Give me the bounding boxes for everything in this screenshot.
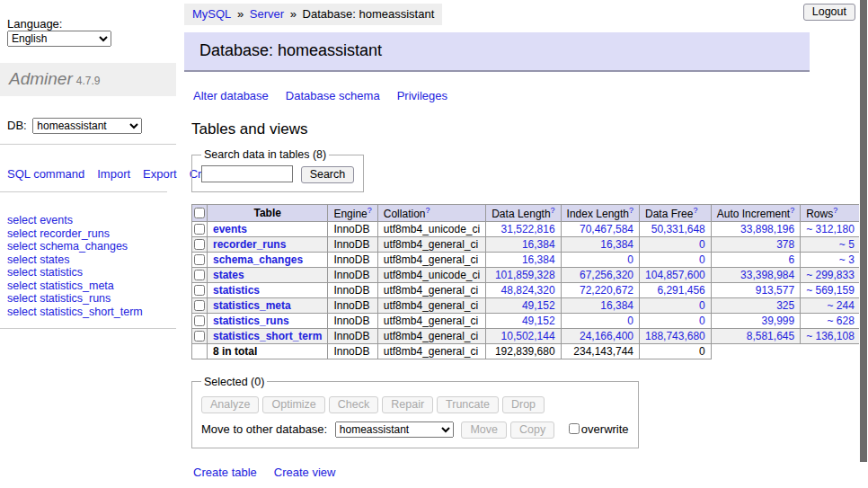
overwrite-option[interactable]: overwrite	[565, 422, 629, 436]
table-name-link[interactable]: statistics_runs	[213, 315, 289, 327]
help-link[interactable]: ?	[833, 206, 837, 215]
column-help-icon[interactable]: ?	[551, 206, 555, 215]
select-all-checkbox[interactable]	[194, 208, 205, 218]
sidebar-action-import[interactable]: Import	[97, 167, 130, 181]
logout-button[interactable]: Logout	[803, 4, 855, 21]
sidebar-table-link[interactable]: select schema_changes	[7, 240, 169, 253]
index-length-link[interactable]: 72,220,672	[580, 284, 633, 297]
auto-increment-link[interactable]: 8,581,645	[747, 330, 794, 342]
data-length-link[interactable]: 31,522,816	[501, 223, 555, 235]
data-free-link[interactable]: 0	[699, 253, 705, 266]
scrollbar[interactable]	[859, 0, 868, 488]
column-help-icon[interactable]: ?	[425, 206, 430, 215]
column-help-icon[interactable]: ?	[833, 206, 837, 215]
sidebar-table-link[interactable]: select statistics	[7, 266, 169, 279]
analyze-button[interactable]: Analyze	[201, 396, 259, 413]
optimize-button[interactable]: Optimize	[262, 396, 324, 413]
rows-count-link[interactable]: ~ 569,159	[806, 284, 855, 297]
table-name-link[interactable]: statistics_meta	[213, 299, 291, 312]
table-name-link[interactable]: events	[213, 223, 247, 235]
scrollbar-thumb[interactable]	[860, 0, 867, 462]
check-button[interactable]: Check	[329, 396, 378, 413]
auto-increment-link[interactable]: 33,398,984	[740, 269, 794, 281]
search-button[interactable]: Search	[301, 166, 355, 183]
column-help-icon[interactable]: ?	[368, 206, 372, 215]
auto-increment-link[interactable]: 325	[776, 299, 794, 312]
sidebar-table-link[interactable]: select states	[7, 253, 169, 267]
rows-count-link[interactable]: ~ 299,833	[806, 269, 855, 281]
alter-database-link[interactable]: Alter database	[193, 89, 269, 102]
table-name-link[interactable]: statistics	[213, 284, 260, 297]
index-length-link[interactable]: 67,256,320	[580, 269, 633, 281]
index-length-link[interactable]: 70,467,584	[580, 223, 633, 235]
column-help-icon[interactable]: ?	[693, 206, 697, 215]
database-schema-link[interactable]: Database schema	[286, 89, 380, 102]
sidebar-action-sql-command[interactable]: SQL command	[7, 167, 84, 181]
row-checkbox[interactable]	[194, 331, 205, 342]
auto-increment-link[interactable]: 33,898,196	[740, 223, 794, 235]
rows-count-link[interactable]: ~ 628	[828, 315, 855, 327]
auto-increment-link[interactable]: 39,999	[761, 315, 794, 327]
search-input[interactable]	[201, 165, 293, 182]
data-free-link[interactable]: 6,291,456	[657, 284, 704, 297]
row-checkbox[interactable]	[194, 285, 205, 296]
table-name-link[interactable]: states	[213, 269, 244, 281]
table-name-link[interactable]: schema_changes	[213, 253, 303, 266]
truncate-button[interactable]: Truncate	[437, 396, 499, 413]
data-free-link[interactable]: 0	[699, 315, 705, 327]
sidebar-action-export[interactable]: Export	[143, 167, 177, 181]
auto-increment-link[interactable]: 913,577	[756, 284, 794, 297]
row-checkbox[interactable]	[194, 239, 205, 250]
auto-increment-link[interactable]: 6	[788, 253, 794, 266]
data-free-link[interactable]: 0	[699, 238, 705, 251]
create-view-link[interactable]: Create view	[274, 466, 336, 479]
table-name-link[interactable]: recorder_runs	[213, 238, 286, 251]
data-length-link[interactable]: 49,152	[522, 299, 555, 312]
auto-increment-link[interactable]: 378	[776, 238, 794, 251]
sidebar-table-link[interactable]: select statistics_runs	[7, 292, 169, 306]
rows-count-link[interactable]: ~ 312,180	[806, 223, 855, 235]
row-checkbox[interactable]	[194, 315, 205, 326]
row-checkbox[interactable]	[194, 254, 205, 265]
index-length-link[interactable]: 0	[627, 315, 633, 327]
sidebar-table-link[interactable]: select statistics_short_term	[7, 306, 169, 319]
index-length-link[interactable]: 24,166,400	[580, 330, 633, 342]
row-checkbox[interactable]	[194, 224, 205, 235]
breadcrumb-link-server[interactable]: Server	[250, 7, 284, 21]
rows-count-link[interactable]: ~ 5	[839, 238, 855, 251]
index-length-link[interactable]: 0	[627, 253, 633, 266]
help-link[interactable]: ?	[551, 206, 555, 215]
data-free-link[interactable]: 188,743,680	[645, 330, 705, 342]
data-free-link[interactable]: 50,331,648	[651, 223, 705, 235]
data-length-link[interactable]: 16,384	[522, 253, 555, 266]
rows-count-link[interactable]: ~ 136,108	[806, 330, 855, 342]
rows-count-link[interactable]: ~ 244	[828, 299, 855, 312]
repair-button[interactable]: Repair	[382, 396, 433, 413]
data-length-link[interactable]: 49,152	[522, 315, 555, 327]
rows-count-link[interactable]: ~ 3	[839, 253, 855, 266]
overwrite-checkbox[interactable]	[569, 423, 580, 434]
sidebar-table-link[interactable]: select events	[7, 214, 169, 227]
drop-button[interactable]: Drop	[502, 396, 545, 413]
move-database-select[interactable]: homeassistant	[335, 421, 454, 438]
data-free-link[interactable]: 104,857,600	[645, 269, 705, 281]
language-select[interactable]: English	[7, 31, 111, 47]
sidebar-table-link[interactable]: select recorder_runs	[7, 227, 169, 241]
help-link[interactable]: ?	[425, 206, 430, 215]
help-link[interactable]: ?	[790, 206, 794, 215]
data-length-link[interactable]: 101,859,328	[495, 269, 555, 281]
help-link[interactable]: ?	[368, 206, 372, 215]
create-table-link[interactable]: Create table	[193, 466, 257, 479]
copy-button[interactable]: Copy	[510, 421, 554, 439]
data-length-link[interactable]: 16,384	[522, 238, 555, 251]
help-link[interactable]: ?	[693, 206, 697, 215]
row-checkbox[interactable]	[194, 270, 205, 280]
data-length-link[interactable]: 48,824,320	[501, 284, 555, 297]
move-button[interactable]: Move	[461, 421, 507, 439]
table-name-link[interactable]: statistics_short_term	[213, 330, 322, 342]
data-length-link[interactable]: 10,502,144	[501, 330, 555, 342]
column-help-icon[interactable]: ?	[629, 206, 633, 215]
data-free-link[interactable]: 0	[699, 299, 705, 312]
row-checkbox[interactable]	[194, 300, 205, 311]
help-link[interactable]: ?	[629, 206, 633, 215]
